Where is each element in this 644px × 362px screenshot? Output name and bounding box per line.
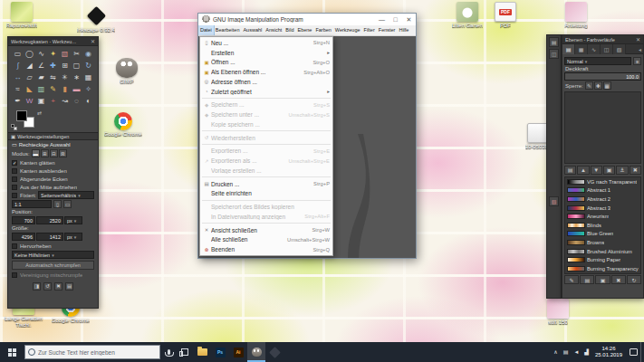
unit-select[interactable]: px ▾ bbox=[64, 216, 82, 224]
guides-select[interactable]: Keine Hilfslinien ▾ bbox=[12, 251, 94, 259]
file-menu-item[interactable]: Erstellen▸ bbox=[200, 48, 332, 58]
desktop-icon[interactable]: Lilien Garten bbox=[447, 2, 487, 29]
checkbox-icon[interactable] bbox=[12, 168, 17, 174]
menubar-item-filter[interactable]: Filter bbox=[362, 25, 377, 35]
checkbox-icon[interactable] bbox=[12, 193, 17, 198]
tab-channels[interactable]: ▦ bbox=[575, 44, 588, 54]
clone-tool[interactable]: ▣ bbox=[35, 95, 47, 107]
maximize-button[interactable]: □ bbox=[389, 14, 402, 25]
eraser-tool[interactable]: ▬ bbox=[71, 83, 82, 95]
gradient-item[interactable]: Blue Green bbox=[565, 230, 640, 239]
desktop-icon[interactable]: Inkscape 0.92.4 bbox=[76, 5, 116, 33]
photoshop-taskbar-button[interactable]: Ps bbox=[211, 342, 229, 362]
opacity-slider[interactable]: 100.0 bbox=[564, 72, 641, 81]
mypaint-brush-tool[interactable]: W bbox=[24, 95, 35, 107]
gradient-item[interactable]: Browns bbox=[565, 238, 640, 247]
file-menu-item[interactable]: ▣Als Ebenen öffnen ...Strg+Alt+O bbox=[200, 67, 332, 77]
menubar-item-hilfe[interactable]: Hilfe bbox=[397, 25, 410, 35]
fixed-aspect-row[interactable]: Fixiert: Seitenverhältnis ▾ bbox=[8, 191, 98, 199]
desktop-icon[interactable]: süß 150 bbox=[538, 299, 578, 326]
size-width-input[interactable]: 4296 bbox=[12, 233, 35, 241]
tray-expand-icon[interactable]: ∧ bbox=[551, 342, 560, 362]
layer-mode-menu-button[interactable]: ≡ bbox=[633, 57, 641, 65]
fuzzy-select-tool[interactable]: ✦ bbox=[47, 48, 59, 60]
raise-layer-button[interactable]: ▲ bbox=[577, 166, 589, 175]
file-menu-item[interactable]: Seite einrichten bbox=[200, 189, 332, 199]
align-tool[interactable]: ⊞ bbox=[59, 60, 71, 71]
layer-mode-select[interactable]: Normal ▾ bbox=[564, 57, 631, 65]
gradient-tool[interactable]: ▥ bbox=[35, 83, 47, 95]
menubar-item-bearbeiten[interactable]: Bearbeiten bbox=[214, 25, 242, 35]
file-menu-item[interactable]: ✕Ansicht schließenStrg+W bbox=[200, 225, 332, 235]
tool-option-checkbox[interactable]: Kanten ausblenden bbox=[8, 167, 98, 175]
rail-dock-icon[interactable]: ▤ bbox=[549, 37, 559, 47]
file-menu-item[interactable]: ⊗BeendenStrg+Q bbox=[200, 244, 332, 254]
color-picker-tool[interactable]: ◢ bbox=[24, 60, 35, 71]
save-tool-preset-button[interactable]: ◨ bbox=[33, 282, 41, 291]
cage-transform-tool[interactable]: ▦ bbox=[82, 71, 94, 83]
rail-image-icon[interactable]: ◫ bbox=[549, 49, 559, 59]
foreground-color-swatch[interactable] bbox=[16, 110, 27, 121]
gradient-item[interactable]: Abstract 3 bbox=[565, 204, 640, 213]
inkscape-taskbar-button[interactable] bbox=[265, 342, 284, 362]
airbrush-tool[interactable]: ✧ bbox=[82, 83, 94, 95]
minimize-button[interactable]: — bbox=[375, 14, 389, 25]
anchor-layer-button[interactable]: ⚓ bbox=[616, 166, 628, 175]
duplicate-gradient-button[interactable]: ▣ bbox=[595, 275, 610, 284]
new-layer-button[interactable]: ▤ bbox=[564, 166, 576, 175]
size-height-input[interactable]: 1412 bbox=[36, 233, 63, 241]
gradient-item[interactable]: Burning Paper bbox=[565, 255, 640, 264]
menubar-item-bild[interactable]: Bild bbox=[284, 25, 295, 35]
delete-layer-button[interactable]: ✖ bbox=[630, 166, 641, 175]
toolbox-titlebar[interactable]: Werkzeugkasten - Werkzeu... ✕ bbox=[8, 37, 98, 46]
shear-tool[interactable]: ▱ bbox=[24, 71, 35, 83]
menubar-item-ebene[interactable]: Ebene bbox=[295, 25, 313, 35]
paintbrush-tool[interactable]: ▮ bbox=[59, 83, 71, 95]
foreground-select-tool[interactable]: ◉ bbox=[82, 48, 94, 60]
close-icon[interactable]: ✕ bbox=[636, 36, 640, 43]
close-icon[interactable]: ✕ bbox=[91, 38, 95, 44]
select-by-color-tool[interactable]: ▧ bbox=[59, 48, 71, 60]
bucket-fill-tool[interactable]: ◣ bbox=[24, 83, 35, 95]
mode-subtract-button[interactable]: ⊟ bbox=[50, 149, 58, 157]
mode-replace-button[interactable]: ▬ bbox=[32, 149, 40, 157]
auto-shrink-button[interactable]: Automatisch schrumpfen bbox=[12, 261, 94, 270]
illustrator-taskbar-button[interactable]: Ai bbox=[229, 342, 247, 362]
gradient-item[interactable]: Aneurism bbox=[565, 212, 640, 221]
gimp-taskbar-button[interactable] bbox=[247, 342, 265, 362]
free-select-tool[interactable]: ∿ bbox=[35, 48, 47, 60]
aspect-ratio-input[interactable]: 1:1 bbox=[12, 200, 52, 208]
heal-tool[interactable]: + bbox=[47, 95, 59, 107]
checkbox-icon[interactable] bbox=[12, 176, 17, 182]
rotate-tool[interactable]: ↻ bbox=[82, 60, 94, 71]
checkbox-icon[interactable] bbox=[12, 243, 17, 249]
ink-tool[interactable]: ✒ bbox=[12, 95, 24, 107]
tab-menu-icon[interactable]: ◂ bbox=[637, 46, 643, 52]
delete-gradient-button[interactable]: ✖ bbox=[611, 275, 626, 284]
window-titlebar[interactable]: GNU Image Manipulation Program — □ ✕ bbox=[198, 14, 416, 25]
menubar-item-auswahl[interactable]: Auswahl bbox=[241, 25, 264, 35]
fixed-aspect-select[interactable]: Seitenverhältnis ▾ bbox=[38, 191, 94, 199]
portrait-icon[interactable]: ▯ bbox=[53, 200, 62, 208]
gradient-item[interactable]: Burning Transparency bbox=[565, 264, 640, 273]
tab-history[interactable]: ◫ bbox=[601, 44, 613, 54]
move-tool[interactable]: ✚ bbox=[47, 60, 59, 71]
handle-transform-tool[interactable]: ∗ bbox=[71, 71, 82, 83]
menubar-item-farben[interactable]: Farben bbox=[313, 25, 332, 35]
file-menu-item[interactable]: ◎Adresse öffnen ... bbox=[200, 77, 332, 87]
checkbox-icon[interactable] bbox=[12, 185, 17, 190]
delete-tool-preset-button[interactable]: ✖ bbox=[54, 282, 62, 291]
menubar-item-werkzeuge[interactable]: Werkzeuge bbox=[333, 25, 362, 35]
close-button[interactable]: ✕ bbox=[402, 14, 416, 25]
restore-tool-preset-button[interactable]: ↺ bbox=[43, 282, 52, 291]
dodge-burn-tool[interactable]: ◐ bbox=[82, 95, 94, 107]
new-gradient-button[interactable]: ▤ bbox=[580, 275, 594, 284]
desktop-icon[interactable]: GIMP bbox=[107, 58, 147, 85]
file-explorer-button[interactable] bbox=[193, 342, 211, 362]
gradient-item[interactable]: VG nach Transparent bbox=[565, 177, 640, 186]
action-center-button[interactable] bbox=[626, 342, 640, 362]
flip-tool[interactable]: ⇋ bbox=[47, 71, 59, 83]
file-menu-item[interactable]: ▤Drucken ...Strg+P bbox=[200, 179, 332, 189]
taskbar-clock[interactable]: 14:26 25.01.2019 bbox=[591, 346, 626, 358]
file-menu-item[interactable]: Alle schließenUmschalt+Strg+W bbox=[200, 235, 332, 245]
